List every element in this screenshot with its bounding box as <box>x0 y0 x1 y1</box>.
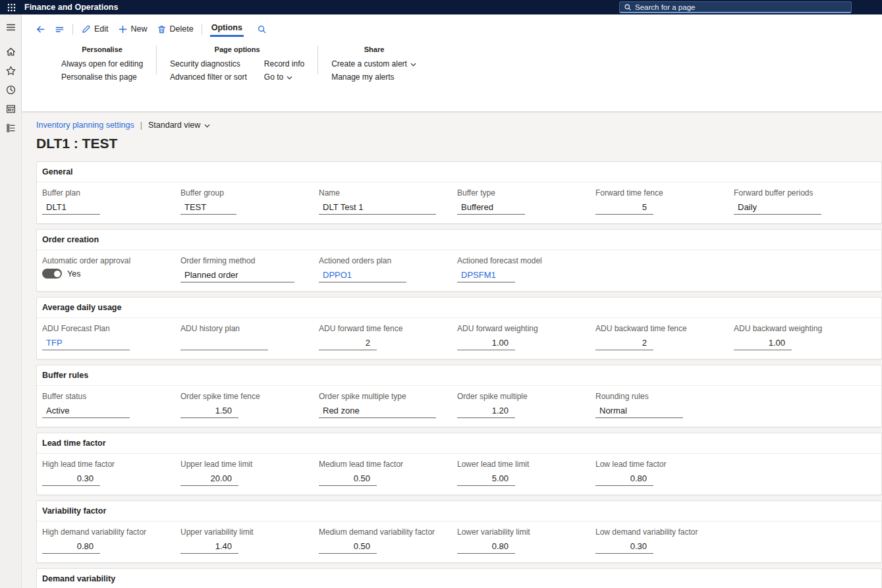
input-adu-backward-weighting[interactable]: 1.00 <box>734 336 792 350</box>
home-icon <box>5 46 16 57</box>
field-adu-forward-weighting: ADU forward weighting1.00 <box>457 324 595 350</box>
input-high-lead-time-factor[interactable]: 0.30 <box>42 472 100 486</box>
toolbar: Edit New Delete Options <box>31 14 882 43</box>
field-label: Actioned forecast model <box>457 256 595 265</box>
ribbon-item-always-open-for-editing[interactable]: Always open for editing <box>61 59 143 69</box>
field-label: Lower lead time limit <box>457 460 595 469</box>
input-adu-forward-weighting[interactable]: 1.00 <box>457 336 515 350</box>
delete-button[interactable]: Delete <box>152 22 198 37</box>
field-low-lead-time-factor: Low lead time factor0.80 <box>595 460 734 486</box>
input-name[interactable]: DLT Test 1 <box>319 201 436 215</box>
field-label: ADU backward weighting <box>734 324 872 333</box>
section-header-order-creation[interactable]: Order creation <box>37 230 881 250</box>
field-buffer-type: Buffer typeBuffered <box>457 188 595 215</box>
input-high-demand-variability-factor[interactable]: 0.80 <box>42 540 100 554</box>
ribbon-group-page-options: Page optionsSecurity diagnosticsAdvanced… <box>157 45 317 82</box>
field-label: Actioned orders plan <box>319 256 457 265</box>
input-order-firming-method[interactable]: Planned order <box>180 269 294 282</box>
ribbon-item-record-info[interactable]: Record info <box>264 59 304 69</box>
section-header-demand-variability[interactable]: Demand variability <box>37 569 881 588</box>
plus-icon <box>118 24 128 34</box>
breadcrumb-page-link[interactable]: Inventory planning settings <box>36 120 134 130</box>
view-selector[interactable]: Standard view <box>148 120 211 130</box>
ribbon-item-label: Personalise this page <box>61 72 137 82</box>
field-label: Low demand variability factor <box>595 527 734 537</box>
input-buffer-type[interactable]: Buffered <box>457 201 525 215</box>
input-upper-variability-limit[interactable]: 1.40 <box>180 540 238 554</box>
field-adu-forecast-plan: ADU Forecast PlanTFP <box>42 324 180 350</box>
section-order-creation: Order creationAutomatic order approvalYe… <box>36 229 882 292</box>
section-header-lead-time-factor[interactable]: Lead time factor <box>37 433 881 454</box>
input-rounding-rules[interactable]: Normal <box>595 404 683 418</box>
new-button[interactable]: New <box>113 22 152 37</box>
tab-options[interactable]: Options <box>206 20 248 38</box>
input-adu-history-plan[interactable] <box>180 336 268 350</box>
section-header-average-daily-usage[interactable]: Average daily usage <box>37 298 881 318</box>
sidebar-workspace-button[interactable] <box>2 101 20 116</box>
field-adu-history-plan: ADU history plan <box>180 324 319 350</box>
sidebar-menu-button[interactable] <box>2 20 20 34</box>
app-launcher-button[interactable] <box>0 0 22 14</box>
input-lower-lead-time-limit[interactable]: 5.00 <box>457 472 515 486</box>
input-lower-variability-limit[interactable]: 0.80 <box>457 540 515 554</box>
input-medium-lead-time-factor[interactable]: 0.50 <box>319 472 377 486</box>
automatic-order-approval-toggle[interactable] <box>42 269 62 279</box>
input-adu-forecast-plan[interactable]: TFP <box>42 336 130 350</box>
ribbon-item-create-a-custom-alert[interactable]: Create a custom alert <box>331 59 417 69</box>
input-buffer-status[interactable]: Active <box>42 404 130 418</box>
input-order-spike-multiple-type[interactable]: Red zone <box>319 404 436 418</box>
page-search-box[interactable] <box>619 1 852 13</box>
section-header-general[interactable]: General <box>37 162 881 182</box>
input-low-demand-variability-factor[interactable]: 0.30 <box>595 540 653 554</box>
field-label: Upper lead time limit <box>180 460 319 469</box>
field-forward-time-fence: Forward time fence5 <box>595 188 734 215</box>
input-buffer-plan[interactable]: DLT1 <box>42 201 100 215</box>
page-search-input[interactable] <box>635 3 847 11</box>
field-buffer-group: Buffer groupTEST <box>180 188 319 215</box>
sidebar-star-button[interactable] <box>2 63 20 78</box>
ribbon-item-label: Security diagnostics <box>170 59 240 69</box>
input-adu-backward-time-fence[interactable]: 2 <box>595 336 653 350</box>
waffle-icon <box>7 3 16 13</box>
input-actioned-orders-plan[interactable]: DPPO1 <box>319 269 406 282</box>
sidebar-home-button[interactable] <box>2 44 20 59</box>
sidebar-clock-button[interactable] <box>2 82 20 97</box>
field-label: Buffer status <box>42 392 180 401</box>
edit-button[interactable]: Edit <box>76 22 113 37</box>
ribbon-item-label: Manage my alerts <box>331 72 394 82</box>
field-label: Forward time fence <box>595 188 734 198</box>
section-lead-time-factor: Lead time factorHigh lead time factor0.3… <box>36 433 882 495</box>
input-medium-demand-variability-factor[interactable]: 0.50 <box>319 540 377 554</box>
input-actioned-forecast-model[interactable]: DPSFM1 <box>457 269 515 282</box>
field-label: ADU backward time fence <box>595 324 734 333</box>
trash-icon <box>157 24 167 34</box>
input-buffer-group[interactable]: TEST <box>180 201 236 215</box>
section-average-daily-usage: Average daily usageADU Forecast PlanTFPA… <box>36 297 882 360</box>
field-medium-demand-variability-factor: Medium demand variability factor0.50 <box>319 527 457 554</box>
field-high-demand-variability-factor: High demand variability factor0.80 <box>42 527 180 554</box>
ribbon-item-personalise-this-page[interactable]: Personalise this page <box>61 72 143 82</box>
back-button[interactable] <box>31 22 50 37</box>
ribbon-item-go-to[interactable]: Go to <box>264 72 304 82</box>
field-label: ADU forward time fence <box>319 324 457 333</box>
input-upper-lead-time-limit[interactable]: 20.00 <box>180 472 238 486</box>
app-title: Finance and Operations <box>24 3 118 12</box>
toolbar-search-button[interactable] <box>252 22 271 37</box>
input-forward-time-fence[interactable]: 5 <box>595 201 653 215</box>
section-header-buffer-rules[interactable]: Buffer rules <box>37 365 881 386</box>
input-low-lead-time-factor[interactable]: 0.80 <box>595 472 653 486</box>
input-order-spike-time-fence[interactable]: 1.50 <box>180 404 238 418</box>
action-pane-lines-button[interactable] <box>50 22 69 37</box>
input-order-spike-multiple[interactable]: 1.20 <box>457 404 515 418</box>
sidebar-modules-button[interactable] <box>2 120 20 135</box>
field-label: Low lead time factor <box>595 460 734 469</box>
ribbon-item-security-diagnostics[interactable]: Security diagnostics <box>170 59 247 69</box>
input-adu-forward-time-fence[interactable]: 2 <box>319 336 377 350</box>
ribbon-item-manage-my-alerts[interactable]: Manage my alerts <box>331 72 417 82</box>
input-forward-buffer-periods[interactable]: Daily <box>734 201 821 215</box>
ribbon-item-advanced-filter-or-sort[interactable]: Advanced filter or sort <box>170 72 247 82</box>
field-label: Medium demand variability factor <box>319 527 457 537</box>
field-label: Buffer type <box>457 188 595 198</box>
section-header-variability-factor[interactable]: Variability factor <box>37 501 881 521</box>
breadcrumb: Inventory planning settings | Standard v… <box>36 120 882 130</box>
